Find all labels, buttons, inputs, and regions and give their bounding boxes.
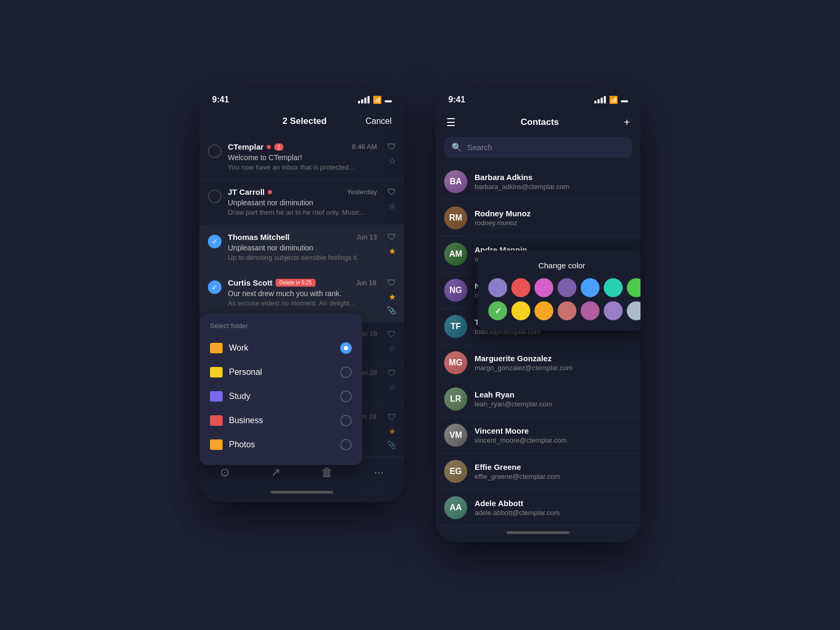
menu-icon[interactable]: ☰ <box>446 116 456 129</box>
time-thomas: Jun 13 <box>356 233 377 241</box>
checkbox-curtis[interactable]: ✓ <box>208 280 222 294</box>
contact-leah[interactable]: LR Leah Ryan leah_ryan@ctemplar.com <box>436 381 640 417</box>
status-icons-left: 📶 ▬ <box>358 96 392 104</box>
search-input[interactable]: Search <box>467 143 492 152</box>
color-salmon[interactable] <box>558 301 576 320</box>
name-marguerite: Marguerite Gonzalez <box>475 354 632 363</box>
contact-rodney[interactable]: RM Rodney Munoz rodney.munoz <box>436 200 640 236</box>
avatar-rodney: RM <box>444 206 467 229</box>
contact-marguerite[interactable]: MG Marguerite Gonzalez margo_gonzalez@ct… <box>436 345 640 381</box>
contact-effie[interactable]: EG Effie Greene effie_greene@ctemplar.co… <box>436 454 640 490</box>
icons-partial2: 🛡 ☆ <box>387 369 396 392</box>
color-green[interactable] <box>627 278 640 297</box>
color-purple[interactable] <box>558 278 576 297</box>
search-icon: 🔍 <box>452 142 462 152</box>
signal-icon-right <box>594 96 606 103</box>
delete-icon[interactable]: 🗑 <box>321 466 333 479</box>
contacts-title: Contacts <box>521 117 559 128</box>
checkbox-thomas[interactable]: ✓ <box>208 235 222 248</box>
screens-container: 9:41 📶 ▬ 2 Selected Cancel <box>200 88 640 542</box>
icons-ctemplar: 🛡 ☆ <box>387 142 396 166</box>
contact-vincent[interactable]: VM Vincent Moore vincent_moore@ctemplar.… <box>436 417 640 454</box>
color-teal[interactable] <box>604 278 623 297</box>
contact-adele[interactable]: AA Adele Abbott adele.abbott@ctemplar.co… <box>436 490 640 526</box>
color-lavender[interactable] <box>604 301 623 320</box>
star-icon-ctemplar[interactable]: ☆ <box>388 156 396 166</box>
avatar-nancy: NG <box>444 279 467 302</box>
email-item-ctemplar[interactable]: CTemplar 2 8:46 AM Welcome to CTemplar! … <box>200 135 404 180</box>
star-icon-jtcarroll[interactable]: ☆ <box>388 201 396 211</box>
color-mauve[interactable] <box>581 301 600 320</box>
preview-curtis: As excuse eldest no moment. An delight..… <box>228 299 376 308</box>
sender-thomas: Thomas Mitchell <box>228 233 290 242</box>
color-yellow[interactable] <box>511 301 530 320</box>
subject-thomas: Unpleasant nor diminution <box>228 244 377 252</box>
folder-radio-personal[interactable] <box>340 366 352 378</box>
shield-icon-thomas: 🛡 <box>387 233 396 242</box>
email-header: 2 Selected Cancel <box>200 110 404 135</box>
star-icon-thomas[interactable]: ★ <box>388 246 396 256</box>
folder-radio-business[interactable] <box>340 415 352 426</box>
cancel-button[interactable]: Cancel <box>365 117 392 126</box>
info-marguerite: Marguerite Gonzalez margo_gonzalez@ctemp… <box>475 354 632 372</box>
sender-ctemplar: CTemplar 2 <box>228 142 284 151</box>
status-icons-right: 📶 ▬ <box>594 96 628 104</box>
email-vincent: vincent_moore@ctemplar.com <box>475 436 632 444</box>
color-red[interactable] <box>511 278 530 297</box>
folder-left-work: Work <box>210 343 248 353</box>
avatar-leah: LR <box>444 387 467 411</box>
folder-item-business[interactable]: Business <box>200 408 362 433</box>
star-partial3: ★ <box>388 426 396 436</box>
shield-icon-jtcarroll: 🛡 <box>387 187 396 197</box>
email-effie: effie_greene@ctemplar.com <box>475 472 632 480</box>
checkbox-ctemplar[interactable] <box>208 144 222 158</box>
contact-barbara[interactable]: BA Barbara Adkins barbara_adkins@ctempla… <box>436 164 640 200</box>
info-barbara: Barbara Adkins barbara_adkins@ctemplar.c… <box>475 173 632 191</box>
folder-icon-work <box>210 343 223 353</box>
avatar-andre: AM <box>444 243 467 266</box>
color-blue[interactable] <box>581 278 600 297</box>
name-effie: Effie Greene <box>475 463 632 471</box>
folder-icon-personal <box>210 367 223 377</box>
color-green-selected[interactable] <box>488 301 507 320</box>
sender-jtcarroll: JT Carroll <box>228 187 272 196</box>
time-curtis: Jun 18 <box>356 279 376 287</box>
color-silver[interactable] <box>627 301 640 320</box>
folder-name-business: Business <box>229 416 263 425</box>
name-adele: Adele Abbott <box>475 499 632 508</box>
exclamation-icon[interactable]: ⊙ <box>220 466 229 479</box>
folder-radio-study[interactable] <box>340 391 352 402</box>
email-item-jtcarroll[interactable]: JT Carroll Yesterday Unpleasant nor dimi… <box>200 180 404 225</box>
info-effie: Effie Greene effie_greene@ctemplar.com <box>475 463 632 480</box>
name-rodney: Rodney Munoz <box>475 209 632 218</box>
email-item-thomas[interactable]: ✓ Thomas Mitchell Jun 13 Unpleasant nor … <box>200 225 404 270</box>
email-content-jtcarroll: JT Carroll Yesterday Unpleasant nor dimi… <box>228 187 377 217</box>
folder-item-study[interactable]: Study <box>200 384 362 408</box>
folder-left-photos: Photos <box>210 439 255 450</box>
color-orange[interactable] <box>534 301 553 320</box>
email-leah: leah_ryan@ctemplar.com <box>475 400 632 408</box>
battery-icon-right: ▬ <box>621 96 628 104</box>
folder-select-title: Select folder <box>200 322 362 336</box>
color-pink[interactable] <box>534 278 553 297</box>
folder-radio-photos[interactable] <box>340 439 352 450</box>
folder-left-personal: Personal <box>210 367 262 377</box>
checkbox-jtcarroll[interactable] <box>208 190 222 203</box>
move-icon[interactable]: ↗ <box>271 466 280 479</box>
star-icon-curtis[interactable]: ★ <box>388 292 396 302</box>
star-partial1: ☆ <box>388 343 396 353</box>
unread-dot-ctemplar <box>267 145 271 149</box>
sender-name-curtis: Curtis Scott <box>228 278 272 287</box>
folder-radio-work[interactable] <box>340 342 352 354</box>
folder-item-photos[interactable]: Photos <box>200 433 362 457</box>
checkmark-curtis: ✓ <box>212 283 218 291</box>
search-bar[interactable]: 🔍 Search <box>444 137 632 158</box>
folder-item-personal[interactable]: Personal <box>200 360 362 384</box>
add-contact-icon[interactable]: + <box>624 117 630 129</box>
color-purple-light[interactable] <box>488 278 507 297</box>
avatar-vincent: VM <box>444 424 467 447</box>
folder-item-work[interactable]: Work <box>200 336 362 360</box>
email-adele: adele.abbott@ctemplar.com <box>475 509 632 517</box>
more-icon[interactable]: ··· <box>374 466 383 479</box>
email-rodney: rodney.munoz <box>475 219 632 227</box>
